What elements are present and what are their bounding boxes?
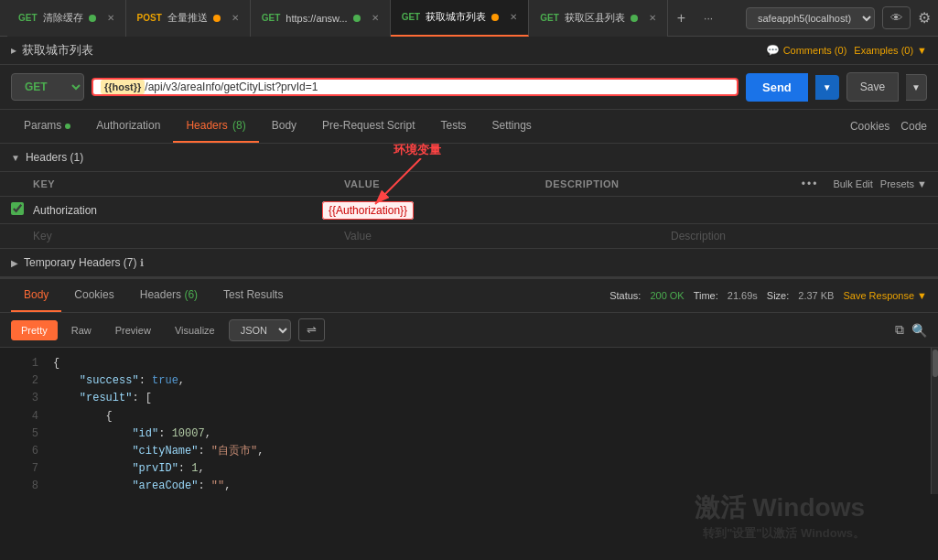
- resp-test-results-label: Test Results: [223, 288, 283, 301]
- tab-close-2[interactable]: ✕: [232, 13, 239, 23]
- req-tabs-right: Cookies Code: [850, 111, 927, 142]
- save-response-button[interactable]: Save Response ▼: [843, 290, 927, 301]
- tab-settings[interactable]: Settings: [480, 110, 544, 143]
- breadcrumb-icon: ▸: [11, 44, 16, 57]
- env-section: safeapph5(localhost) 👁 ⚙: [746, 6, 931, 29]
- examples-link[interactable]: Examples (0) ▼: [854, 45, 927, 56]
- tab-close-3[interactable]: ✕: [372, 13, 379, 23]
- save-button[interactable]: Save: [846, 72, 899, 102]
- empty-value: Value: [344, 230, 671, 242]
- bulk-edit-button[interactable]: Bulk Edit: [833, 178, 872, 189]
- comments-label: Comments (0): [783, 45, 847, 56]
- resp-tab-body[interactable]: Body: [11, 279, 61, 312]
- temp-headers-section[interactable]: ▶ Temporary Headers (7) ℹ: [0, 249, 938, 277]
- view-pretty-button[interactable]: Pretty: [11, 320, 58, 340]
- col-key-header: KEY: [33, 178, 344, 189]
- tab-close-5[interactable]: ✕: [649, 13, 656, 23]
- table-toolbar: KEY VALUE DESCRIPTION ••• Bulk Edit Pres…: [0, 172, 938, 197]
- presets-label: Presets: [880, 178, 914, 189]
- scrollbar[interactable]: [931, 348, 938, 494]
- send-dropdown-button[interactable]: ▼: [815, 75, 839, 100]
- tab-tests[interactable]: Tests: [427, 110, 479, 143]
- cookies-link[interactable]: Cookies: [850, 111, 889, 142]
- temp-headers-chevron-icon: ▶: [11, 258, 18, 268]
- tab-city-list[interactable]: GET 获取城市列表 ✕: [391, 0, 530, 37]
- json-viewer: 1 { 2 "success": true, 3 "result": [ 4 {…: [0, 348, 938, 494]
- eye-button[interactable]: 👁: [882, 6, 911, 29]
- tab-headers[interactable]: Headers (8): [173, 110, 258, 143]
- gear-button[interactable]: ⚙: [918, 9, 931, 27]
- time-label: Time:: [694, 290, 718, 301]
- save-response-label: Save Response: [843, 290, 914, 301]
- headers-count: (8): [230, 119, 246, 132]
- tab-dot-2: [213, 15, 221, 22]
- tab-body-label: Body: [272, 119, 296, 132]
- tab-close-4[interactable]: ✕: [510, 12, 517, 22]
- comments-link[interactable]: 💬 Comments (0): [766, 44, 847, 57]
- tab-authorization[interactable]: Authorization: [83, 110, 173, 143]
- view-visualize-button[interactable]: Visualize: [165, 320, 225, 340]
- authorization-checkbox[interactable]: [11, 202, 33, 218]
- json-line-5: 5 "id": 10007,: [0, 425, 938, 443]
- resp-tab-headers[interactable]: Headers (6): [127, 279, 210, 312]
- authorization-value-cell: {{Authorization}}: [322, 204, 671, 217]
- tab-label-1: 清除缓存: [43, 11, 83, 25]
- empty-header-row: Key Value Description: [0, 224, 938, 249]
- page-title: 获取城市列表: [22, 42, 93, 59]
- code-link[interactable]: Code: [900, 111, 927, 142]
- tab-answ[interactable]: GET https://answ... ✕: [251, 0, 391, 37]
- headers-section-header[interactable]: ▼ Headers (1): [0, 144, 938, 172]
- tab-dot-4: [491, 14, 499, 21]
- tab-clear-cache[interactable]: GET 清除缓存 ✕: [7, 0, 126, 37]
- tab-close-1[interactable]: ✕: [107, 13, 114, 23]
- presets-button[interactable]: Presets ▼: [880, 178, 927, 189]
- tab-method-post: POST: [137, 13, 162, 23]
- tab-headers-label: Headers: [186, 119, 227, 132]
- params-dot: [65, 124, 70, 129]
- scrollbar-thumb[interactable]: [933, 350, 938, 377]
- resp-headers-count: (6): [184, 288, 198, 301]
- col-actions: ••• Bulk Edit Presets ▼: [802, 178, 927, 190]
- authorization-checkbox-input[interactable]: [11, 202, 24, 215]
- view-raw-button[interactable]: Raw: [61, 320, 102, 340]
- authorization-value-tag: {{Authorization}}: [322, 201, 414, 220]
- resp-body-label: Body: [24, 288, 49, 301]
- time-value: 21.69s: [728, 290, 758, 301]
- tab-area-list[interactable]: GET 获取区县列表 ✕: [529, 0, 668, 37]
- examples-chevron-icon: ▼: [917, 45, 927, 56]
- col-desc-header: DESCRIPTION: [545, 178, 802, 189]
- resp-tab-cookies[interactable]: Cookies: [61, 279, 126, 312]
- info-icon[interactable]: ℹ: [140, 257, 144, 269]
- three-dots-icon[interactable]: •••: [802, 178, 819, 190]
- tab-method-get5: GET: [540, 13, 559, 23]
- size-label: Size:: [767, 290, 789, 301]
- tab-authorization-label: Authorization: [96, 119, 160, 132]
- json-line-8: 8 "areaCode": "",: [0, 478, 938, 494]
- add-tab-button[interactable]: +: [668, 10, 695, 27]
- save-dropdown-button[interactable]: ▼: [906, 74, 927, 101]
- json-line-2: 2 "success": true,: [0, 372, 938, 390]
- size-value: 2.37 KB: [798, 290, 834, 301]
- search-response-button[interactable]: 🔍: [911, 322, 927, 338]
- env-selector[interactable]: safeapph5(localhost): [746, 7, 875, 29]
- format-selector[interactable]: JSON: [229, 319, 291, 341]
- resp-tab-test-results[interactable]: Test Results: [210, 279, 296, 312]
- annotation-container: Authorization {{Authorization}} 环境变量: [0, 197, 938, 224]
- empty-desc: Description: [671, 230, 927, 242]
- response-toolbar: Pretty Raw Preview Visualize JSON ⇌ ⧉ 🔍: [0, 313, 938, 348]
- authorization-key: Authorization: [33, 204, 322, 217]
- tab-body[interactable]: Body: [259, 110, 309, 143]
- tab-pre-request[interactable]: Pre-Request Script: [309, 110, 427, 143]
- presets-chevron-icon: ▼: [917, 178, 927, 189]
- view-preview-button[interactable]: Preview: [105, 320, 161, 340]
- copy-response-button[interactable]: ⧉: [895, 322, 904, 338]
- send-button[interactable]: Send: [746, 73, 808, 102]
- url-bar: GET {{host}} /api/v3/areaInfo/getCityLis…: [0, 65, 938, 110]
- format-icon-button[interactable]: ⇌: [298, 318, 325, 341]
- tab-params[interactable]: Params: [11, 110, 83, 143]
- tab-method-get1: GET: [18, 13, 38, 23]
- more-tabs-button[interactable]: ···: [695, 12, 722, 25]
- tab-post-push[interactable]: POST 全量推送 ✕: [126, 0, 251, 37]
- headers-section-title: Headers (1): [26, 151, 83, 164]
- method-selector[interactable]: GET: [11, 73, 84, 101]
